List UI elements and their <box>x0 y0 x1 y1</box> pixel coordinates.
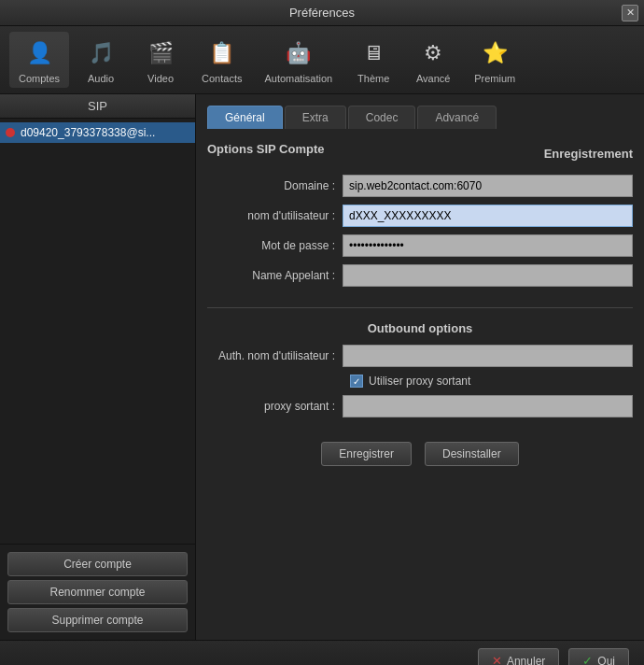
toolbar-label-comptes: Comptes <box>19 73 60 84</box>
proxy-label: proxy sortant : <box>207 400 343 413</box>
sidebar-account-item[interactable]: d09420_3793378338@si... <box>0 122 195 143</box>
domaine-input[interactable] <box>343 175 633 197</box>
username-group: nom d'utilisateur : <box>207 205 633 227</box>
title-bar: Préférences ✕ <box>0 0 644 26</box>
ok-icon: ✓ <box>582 654 593 665</box>
uninstall-button[interactable]: Desinstaller <box>425 442 519 466</box>
enregistrement-label: Enregistrement <box>544 147 633 161</box>
toolbar-item-theme[interactable]: 🖥 Thème <box>345 32 401 88</box>
auth-user-label: Auth. nom d'utilisateur : <box>207 349 343 362</box>
sidebar-list: d09420_3793378338@si... <box>0 119 195 544</box>
create-account-button[interactable]: Créer compte <box>7 552 188 576</box>
cancel-icon: ✕ <box>492 654 502 665</box>
tab-codec[interactable]: Codec <box>348 106 416 129</box>
name-appelant-group: Name Appelant : <box>207 264 633 287</box>
cancel-label: Annuler <box>507 655 545 666</box>
toolbar-item-comptes[interactable]: 👤 Comptes <box>9 32 69 88</box>
toolbar-label-premium: Premium <box>474 73 515 84</box>
delete-account-button[interactable]: Supprimer compte <box>7 608 188 632</box>
toolbar-icon-premium: ⭐ <box>477 35 512 71</box>
proxy-checkbox-label: Utiliser proxy sortant <box>369 375 470 388</box>
toolbar-item-contacts[interactable]: 📋 Contacts <box>192 32 251 88</box>
ok-button[interactable]: ✓ Oui <box>568 648 629 665</box>
toolbar-item-premium[interactable]: ⭐ Premium <box>465 32 525 88</box>
password-group: Mot de passe : <box>207 234 633 257</box>
save-button[interactable]: Enregistrer <box>321 442 412 466</box>
status-indicator <box>6 128 15 137</box>
sip-section-header: Options SIP Compte Enregistrement <box>207 142 633 165</box>
auth-user-input[interactable] <box>343 345 633 367</box>
form-actions: Enregistrer Desinstaller <box>207 442 633 466</box>
toolbar: 👤 Comptes 🎵 Audio 🎬 Video 📋 Contacts 🤖 A… <box>0 26 644 94</box>
toolbar-item-audio[interactable]: 🎵 Audio <box>73 32 129 88</box>
proxy-checkbox[interactable] <box>350 375 363 388</box>
toolbar-item-advanced[interactable]: ⚙ Avancé <box>405 32 461 88</box>
password-input[interactable] <box>343 234 633 257</box>
tab-bar: Général Extra Codec Advancé <box>207 106 633 129</box>
close-button[interactable]: ✕ <box>622 5 638 21</box>
username-input[interactable] <box>343 205 633 227</box>
toolbar-item-auto[interactable]: 🤖 Automatisation <box>255 32 342 88</box>
proxy-input[interactable] <box>343 395 633 417</box>
name-appelant-input[interactable] <box>343 264 633 287</box>
content-panel: Général Extra Codec Advancé Options SIP … <box>196 94 644 640</box>
sidebar: SIP d09420_3793378338@si... Créer compte… <box>0 94 196 640</box>
proxy-checkbox-row: Utiliser proxy sortant <box>350 375 633 388</box>
ok-label: Oui <box>597 655 615 666</box>
toolbar-icon-auto: 🤖 <box>281 35 316 71</box>
username-label: nom d'utilisateur : <box>207 209 343 222</box>
toolbar-icon-contacts: 📋 <box>204 35 240 71</box>
domaine-label: Domaine : <box>207 179 343 192</box>
toolbar-label-contacts: Contacts <box>202 73 242 84</box>
toolbar-icon-comptes: 👤 <box>21 35 57 71</box>
sidebar-header: SIP <box>0 94 195 119</box>
tab-general[interactable]: Général <box>207 106 283 129</box>
tab-advanced[interactable]: Advancé <box>417 106 497 129</box>
auth-user-group: Auth. nom d'utilisateur : <box>207 345 633 367</box>
toolbar-label-audio: Audio <box>88 73 114 84</box>
toolbar-icon-theme: 🖥 <box>356 35 391 71</box>
tab-extra[interactable]: Extra <box>285 106 346 129</box>
outbound-title: Outbound options <box>207 321 633 335</box>
divider <box>207 307 633 308</box>
rename-account-button[interactable]: Renommer compte <box>7 580 188 604</box>
password-label: Mot de passe : <box>207 239 343 252</box>
sidebar-buttons: Créer compte Renommer compte Supprimer c… <box>0 544 195 640</box>
toolbar-item-video[interactable]: 🎬 Video <box>133 32 189 88</box>
cancel-button[interactable]: ✕ Annuler <box>478 648 559 665</box>
toolbar-label-advanced: Avancé <box>416 73 451 84</box>
domaine-group: Domaine : <box>207 175 633 197</box>
toolbar-label-auto: Automatisation <box>264 73 332 84</box>
name-appelant-label: Name Appelant : <box>207 269 343 282</box>
toolbar-label-theme: Thème <box>357 73 389 84</box>
toolbar-icon-video: 🎬 <box>143 35 178 71</box>
bottom-bar: ✕ Annuler ✓ Oui <box>0 640 644 665</box>
proxy-group: proxy sortant : <box>207 395 633 417</box>
account-label: d09420_3793378338@si... <box>21 126 155 139</box>
toolbar-label-video: Video <box>147 73 174 84</box>
sip-section-title: Options SIP Compte <box>207 142 324 156</box>
window-title: Préférences <box>289 6 355 20</box>
toolbar-icon-advanced: ⚙ <box>415 35 451 71</box>
main-area: SIP d09420_3793378338@si... Créer compte… <box>0 94 644 640</box>
toolbar-icon-audio: 🎵 <box>83 35 119 71</box>
